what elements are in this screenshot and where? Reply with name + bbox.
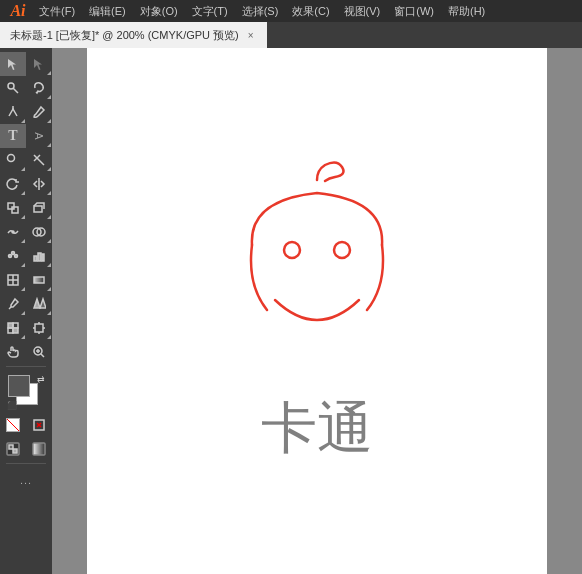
- svg-marker-22: [34, 299, 40, 308]
- direct-select-tool[interactable]: [26, 52, 52, 76]
- mesh-tool-row: [0, 268, 52, 292]
- menu-file[interactable]: 文件(F): [32, 0, 82, 22]
- menu-items: 文件(F) 编辑(E) 对象(O) 文字(T) 选择(S) 效果(C) 视图(V…: [32, 0, 492, 22]
- svg-marker-23: [40, 299, 46, 308]
- mesh-tool[interactable]: [0, 268, 26, 292]
- none-swatch: [6, 418, 20, 432]
- menu-text[interactable]: 文字(T): [185, 0, 235, 22]
- paintbrush-tool[interactable]: [26, 100, 52, 124]
- swap-colors-icon[interactable]: ⇄: [37, 374, 45, 384]
- svg-line-34: [41, 354, 44, 357]
- menubar: Ai 文件(F) 编辑(E) 对象(O) 文字(T) 选择(S) 效果(C) 视…: [0, 0, 582, 22]
- menu-effect[interactable]: 效果(C): [285, 0, 336, 22]
- canvas-wrapper: 卡通: [52, 48, 582, 574]
- svg-rect-42: [13, 449, 17, 453]
- svg-rect-20: [34, 277, 44, 283]
- reflect-tool[interactable]: [26, 172, 52, 196]
- svg-rect-27: [13, 328, 18, 333]
- live-paint-tool[interactable]: [0, 316, 26, 340]
- svg-rect-43: [33, 443, 45, 455]
- svg-line-21: [9, 307, 11, 309]
- svg-line-0: [13, 88, 18, 93]
- pen-tool[interactable]: [0, 100, 26, 124]
- select-tool-row: [0, 52, 52, 76]
- menu-edit[interactable]: 编辑(E): [82, 0, 133, 22]
- svg-point-1: [8, 83, 14, 89]
- gradient-mode-btn[interactable]: [26, 437, 52, 461]
- svg-rect-28: [35, 324, 43, 332]
- none-swatch-container[interactable]: [0, 413, 26, 437]
- warp-tool-row: [0, 220, 52, 244]
- svg-rect-6: [12, 207, 18, 213]
- tabbar: 未标题-1 [已恢复]* @ 200% (CMYK/GPU 预览) ×: [0, 22, 582, 48]
- toolbar: T A: [0, 48, 52, 574]
- canvas-area[interactable]: 卡通: [52, 48, 582, 574]
- symbol-tool-row: [0, 244, 52, 268]
- color-swatches: ⇄ ⬛: [8, 375, 44, 409]
- vertical-type-tool[interactable]: A: [26, 124, 52, 148]
- eyedropper-tool[interactable]: [0, 292, 26, 316]
- arc-tool[interactable]: [26, 148, 52, 172]
- none-stroke-row: [0, 413, 52, 437]
- tab-close-button[interactable]: ×: [245, 29, 257, 41]
- artboard-tool[interactable]: [26, 316, 52, 340]
- svg-rect-7: [34, 206, 42, 212]
- svg-rect-14: [34, 256, 37, 261]
- color-area: ⇄ ⬛: [0, 371, 52, 413]
- tab-title: 未标题-1 [已恢复]* @ 200% (CMYK/GPU 预览): [10, 28, 239, 43]
- foreground-color-swatch[interactable]: [8, 375, 30, 397]
- shape-builder-tool[interactable]: [26, 220, 52, 244]
- color-mode-row: [0, 437, 52, 461]
- livepaint-tool-row: [0, 316, 52, 340]
- menu-help[interactable]: 帮助(H): [441, 0, 492, 22]
- svg-point-13: [15, 255, 18, 258]
- artboard: 卡通: [87, 48, 547, 574]
- magic-wand-tool[interactable]: [0, 76, 26, 100]
- warp-tool[interactable]: [0, 220, 26, 244]
- svg-point-11: [9, 255, 12, 258]
- free-transform-tool[interactable]: [26, 196, 52, 220]
- navigate-tool-row: [0, 340, 52, 364]
- menu-select[interactable]: 选择(S): [235, 0, 286, 22]
- svg-point-2: [8, 155, 15, 162]
- menu-view[interactable]: 视图(V): [337, 0, 388, 22]
- main-area: T A: [0, 48, 582, 574]
- svg-point-44: [284, 242, 300, 258]
- character-text: 卡通: [261, 391, 373, 467]
- type-tool[interactable]: T: [0, 124, 26, 148]
- scale-tool[interactable]: [0, 196, 26, 220]
- zoom-tool[interactable]: [26, 340, 52, 364]
- line-tool-row: [0, 148, 52, 172]
- svg-point-12: [12, 252, 15, 255]
- scale-tool-row: [0, 196, 52, 220]
- more-tools-label: ...: [20, 474, 32, 486]
- pen-tool-row: [0, 100, 52, 124]
- gradient-tool[interactable]: [26, 268, 52, 292]
- hand-tool[interactable]: [0, 340, 26, 364]
- line-tool[interactable]: [0, 148, 26, 172]
- blend-tool[interactable]: [26, 292, 52, 316]
- more-tools-button[interactable]: ...: [13, 468, 39, 492]
- color-separator: [6, 366, 46, 367]
- svg-rect-15: [38, 253, 41, 261]
- transform-tool-row: [0, 172, 52, 196]
- select-tool[interactable]: [0, 52, 26, 76]
- app-logo: Ai: [4, 0, 32, 22]
- svg-rect-16: [42, 254, 44, 261]
- column-graph-tool[interactable]: [26, 244, 52, 268]
- symbol-tool[interactable]: [0, 244, 26, 268]
- type-tool-row: T A: [0, 124, 52, 148]
- menu-object[interactable]: 对象(O): [133, 0, 185, 22]
- color-mode-btn[interactable]: [0, 437, 26, 461]
- lasso-tool[interactable]: [26, 76, 52, 100]
- document-tab[interactable]: 未标题-1 [已恢复]* @ 200% (CMYK/GPU 预览) ×: [0, 22, 267, 48]
- stroke-weight-btn[interactable]: [26, 413, 52, 437]
- artwork: 卡通: [217, 155, 417, 467]
- rotate-tool[interactable]: [0, 172, 26, 196]
- default-colors-icon[interactable]: ⬛: [7, 401, 17, 410]
- eyedropper-tool-row: [0, 292, 52, 316]
- lasso-tool-row: [0, 76, 52, 100]
- menu-window[interactable]: 窗口(W): [387, 0, 441, 22]
- svg-rect-5: [8, 203, 14, 209]
- svg-point-8: [12, 231, 14, 233]
